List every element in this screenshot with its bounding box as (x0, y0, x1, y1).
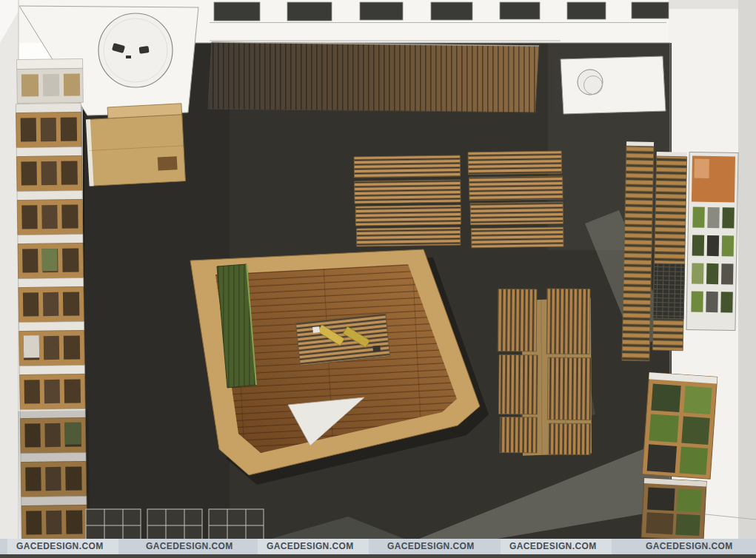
watermark-strip: GACEDESIGN.COMGACEDESIGN.COMGACEDESIGN.C… (0, 539, 756, 554)
watermark-text: GACEDESIGN.COM (146, 541, 233, 551)
bench-left-column (497, 289, 538, 452)
wall-artwork (686, 152, 738, 330)
green-bookshelf-upper (642, 372, 717, 479)
left-cubby-shelving (13, 58, 90, 542)
reading-table-group-right (468, 151, 563, 248)
shelf-dark-bins (653, 263, 685, 319)
watermark-text: GACEDESIGN.COM (267, 541, 354, 551)
ceiling-light (98, 13, 173, 87)
reading-table-group-left (354, 155, 461, 246)
watermark-text: GACEDESIGN.COM (387, 541, 475, 551)
watermark-text: GACEDESIGN.COM (646, 541, 733, 551)
watermark-text: GACEDESIGN.COM (16, 541, 104, 551)
interior-render: GACEDESIGN.COMGACEDESIGN.COMGACEDESIGN.C… (0, 0, 756, 558)
wireframe-tables (86, 509, 264, 542)
green-bookshelf-lower (641, 478, 706, 540)
bench-right-column (546, 289, 592, 455)
bottom-bar (0, 554, 756, 558)
ac-cabinet (555, 56, 666, 114)
render-canvas (0, 0, 756, 558)
platform-display-table (295, 314, 389, 366)
bench-group (497, 288, 593, 456)
slatted-ceiling-panel (208, 42, 539, 112)
watermark-text: GACEDESIGN.COM (509, 541, 597, 551)
